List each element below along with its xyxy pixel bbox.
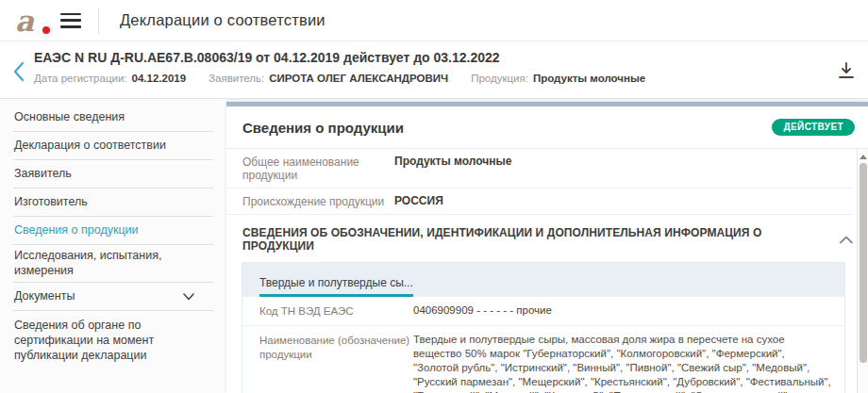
- logo-red-dot: [42, 26, 50, 34]
- scroll-up-arrow-icon[interactable]: [860, 155, 867, 159]
- back-button[interactable]: [11, 60, 28, 83]
- scrollbar-thumb[interactable]: [860, 163, 867, 363]
- page-title: Декларации о соответствии: [120, 11, 326, 29]
- top-bar: a Декларации о соответствии: [0, 0, 868, 41]
- declaration-title: ЕАЭС N RU Д-RU.АЕ67.В.08063/19 от 04.12.…: [34, 50, 853, 65]
- chevron-up-icon[interactable]: [840, 236, 853, 244]
- sidebar-item-research[interactable]: Исследования, испытания, измерения: [13, 245, 213, 283]
- declaration-meta: Дата регистрации:04.12.2019 Заявитель:СИ…: [34, 73, 853, 84]
- app-window: a Декларации о соответствии ЕАЭС N RU Д-…: [0, 0, 868, 393]
- product-tabs: Твердые и полутвердые сы...: [242, 263, 844, 297]
- meta-product: Продукция:Продукты молочные: [471, 73, 645, 84]
- sidebar-item-declaration[interactable]: Декларация о соответствии: [13, 132, 213, 160]
- section-header-product-identification[interactable]: СВЕДЕНИЯ ОБ ОБОЗНАЧЕНИИ, ИДЕНТИФИКАЦИИ И…: [226, 215, 853, 262]
- meta-registration-date: Дата регистрации:04.12.2019: [34, 73, 186, 84]
- field-row-origin: Происхождение продукции РОССИЯ: [226, 188, 853, 215]
- download-button[interactable]: [836, 60, 859, 83]
- download-icon: [836, 60, 857, 81]
- vertical-scrollbar[interactable]: [857, 149, 868, 393]
- sidebar-item-product-info[interactable]: Сведения о продукции: [13, 217, 213, 245]
- product-panel: Твердые и полутвердые сы... Код ТН ВЭД Е…: [242, 262, 845, 393]
- sidebar-item-main-info[interactable]: Основные сведения: [13, 104, 213, 132]
- topbar-divider: [98, 8, 99, 34]
- sidebar-item-manufacturer[interactable]: Изготовитель: [13, 188, 213, 217]
- sidebar-item-documents[interactable]: Документы: [13, 283, 213, 311]
- content-header: Сведения о продукции ДЕЙСТВУЕТ: [226, 106, 868, 149]
- sidebar-nav: Основные сведения Декларация о соответст…: [0, 99, 226, 393]
- meta-applicant: Заявитель:СИРОТА ОЛЕГ АЛЕКСАНДРОВИЧ: [209, 73, 448, 84]
- status-badge: ДЕЙСТВУЕТ: [772, 119, 855, 136]
- content-card: Сведения о продукции ДЕЙСТВУЕТ Общее наи…: [226, 102, 868, 393]
- sidebar-item-certification-body[interactable]: Сведения об органе по сертификации на мо…: [13, 311, 213, 367]
- tab-product-hard-cheeses[interactable]: Твердые и полутвердые сы...: [259, 276, 413, 297]
- brand-logo-icon[interactable]: a: [15, 7, 47, 35]
- field-row-tnved-code: Код ТН ВЭД ЕАЭС 0406909909 - - - - - - п…: [242, 297, 844, 326]
- declaration-header: ЕАЭС N RU Д-RU.АЕ67.В.08063/19 от 04.12.…: [0, 41, 868, 99]
- chevron-down-icon: [183, 293, 194, 301]
- hamburger-menu-icon[interactable]: [60, 13, 81, 28]
- field-row-product-name: Наименование (обозначение) продукции Тве…: [242, 326, 844, 393]
- chevron-left-icon: [11, 60, 28, 83]
- field-row-general-name: Общее наименование продукции Продукты мо…: [226, 149, 853, 188]
- content-scroll-area: Общее наименование продукции Продукты мо…: [226, 149, 868, 393]
- sidebar-item-applicant[interactable]: Заявитель: [13, 160, 213, 188]
- content-title: Сведения о продукции: [242, 120, 404, 136]
